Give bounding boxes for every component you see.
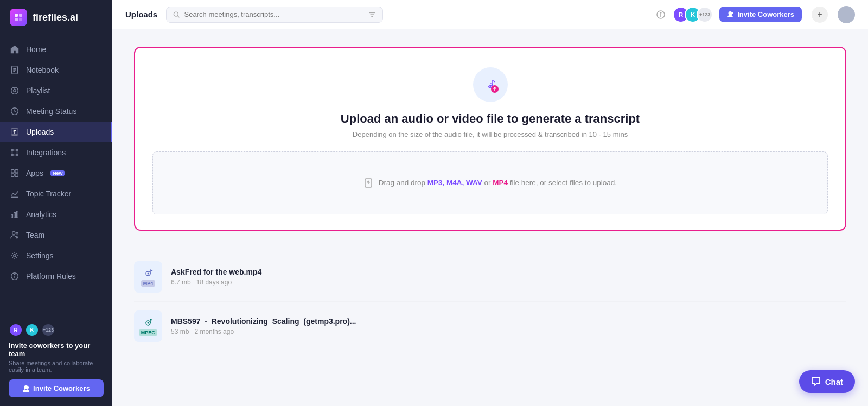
music-file-icon xyxy=(142,267,154,279)
svg-point-54 xyxy=(148,273,149,275)
svg-rect-22 xyxy=(15,170,18,173)
logo-icon xyxy=(10,9,27,26)
music-file-icon-2 xyxy=(142,316,154,328)
search-icon xyxy=(173,11,180,18)
file-info: AskFred for the web.mp4 6.7 mb 18 days a… xyxy=(171,268,261,286)
svg-point-48 xyxy=(489,85,492,87)
file-name: AskFred for the web.mp4 xyxy=(171,268,261,276)
topbar-icons: R K +123 Invite Coworkers + xyxy=(655,6,855,23)
svg-rect-3 xyxy=(19,18,22,21)
sidebar-item-team[interactable]: Team xyxy=(0,225,112,245)
svg-rect-24 xyxy=(15,174,18,176)
file-type-badge-mpeg: MPEG xyxy=(139,329,158,336)
svg-point-15 xyxy=(11,154,14,156)
file-item[interactable]: MP4 AskFred for the web.mp4 6.7 mb 18 da… xyxy=(134,252,846,302)
file-icon-mp4: MP4 xyxy=(134,261,162,293)
add-button[interactable]: + xyxy=(812,7,828,23)
svg-point-37 xyxy=(174,12,178,16)
format-mp4: MP4 xyxy=(493,179,508,187)
upload-zone[interactable]: Upload an audio or video file to generat… xyxy=(134,47,846,231)
topbar-avatar-count: +123 xyxy=(697,7,713,23)
sidebar-item-settings[interactable]: Settings xyxy=(0,245,112,266)
search-box[interactable] xyxy=(166,7,383,23)
invite-title: Invite coworkers to your team xyxy=(9,341,104,358)
filter-icon xyxy=(368,10,376,19)
avatar-count: +123 xyxy=(41,323,55,337)
svg-point-16 xyxy=(16,154,18,156)
file-meta-2: 53 mb 2 months ago xyxy=(171,328,356,335)
user-avatar[interactable] xyxy=(838,6,855,23)
svg-rect-27 xyxy=(14,212,16,218)
chat-icon xyxy=(811,377,821,386)
page-content: Upload an audio or video file to generat… xyxy=(112,29,868,406)
sidebar-item-notebook[interactable]: Notebook xyxy=(0,60,112,80)
sidebar-item-analytics[interactable]: Analytics xyxy=(0,204,112,225)
sidebar-item-meeting-status[interactable]: Meeting Status xyxy=(0,101,112,122)
sidebar-item-apps[interactable]: Apps New xyxy=(0,163,112,183)
chat-button[interactable]: Chat xyxy=(799,370,855,393)
drop-area[interactable]: Drag and drop MP3, M4A, WAV or MP4 file … xyxy=(152,151,828,214)
svg-rect-28 xyxy=(17,211,18,218)
svg-point-31 xyxy=(14,255,16,257)
file-info-2: MBS597_-_Revolutionizing_Scaling_(getmp3… xyxy=(171,317,356,335)
sidebar-item-playlist[interactable]: Playlist xyxy=(0,80,112,101)
file-name-2: MBS597_-_Revolutionizing_Scaling_(getmp3… xyxy=(171,317,356,326)
avatar-r: R xyxy=(9,323,23,337)
svg-rect-21 xyxy=(11,170,14,173)
sidebar-item-topic-tracker[interactable]: Topic Tracker xyxy=(0,183,112,204)
search-input[interactable] xyxy=(184,10,364,18)
invite-icon xyxy=(727,11,734,18)
sidebar-item-integrations[interactable]: Integrations xyxy=(0,142,112,163)
svg-rect-1 xyxy=(19,14,22,17)
sidebar-item-uploads[interactable]: Uploads xyxy=(0,122,112,142)
sidebar-item-home[interactable]: Home xyxy=(0,39,112,60)
upload-file-icon xyxy=(363,178,373,188)
main-content: Uploads R K +123 xyxy=(112,0,868,406)
svg-point-29 xyxy=(12,232,15,234)
svg-rect-2 xyxy=(15,18,18,21)
upload-title: Upload an audio or video file to generat… xyxy=(152,112,828,126)
sidebar-invite-section: R K +123 Invite coworkers to your team S… xyxy=(0,314,112,406)
info-icon[interactable] xyxy=(655,9,666,20)
nav-menu: Home Notebook Playlist Mee xyxy=(0,35,112,314)
upload-subtitle: Depending on the size of the audio file,… xyxy=(152,130,828,138)
sidebar-invite-button[interactable]: Invite Coworkers xyxy=(9,379,104,397)
sidebar-item-platform-rules[interactable]: Platform Rules xyxy=(0,266,112,287)
svg-point-44 xyxy=(660,12,661,13)
svg-point-9 xyxy=(14,90,16,92)
invite-avatars: R K +123 xyxy=(9,323,104,337)
file-icon-mpeg: MPEG xyxy=(134,310,162,342)
invite-subtitle: Share meetings and collaborate easily in… xyxy=(9,360,104,373)
sidebar: fireflies.ai Home Notebook Playli xyxy=(0,0,112,406)
svg-point-14 xyxy=(16,149,18,151)
upload-icon-wrapper xyxy=(473,67,508,102)
topbar: Uploads R K +123 xyxy=(112,0,868,29)
svg-point-57 xyxy=(148,322,149,324)
apps-new-badge: New xyxy=(50,170,66,176)
format-mp3: MP3, M4A, WAV xyxy=(427,179,482,187)
svg-line-38 xyxy=(178,16,180,17)
svg-point-34 xyxy=(14,274,15,275)
file-meta: 6.7 mb 18 days ago xyxy=(171,278,261,286)
svg-point-13 xyxy=(11,149,14,151)
avatar-k: K xyxy=(25,323,39,337)
page-title: Uploads xyxy=(125,10,157,19)
file-list: MP4 AskFred for the web.mp4 6.7 mb 18 da… xyxy=(134,252,846,351)
upload-music-icon xyxy=(481,75,500,94)
svg-rect-0 xyxy=(15,14,18,17)
file-item[interactable]: MPEG MBS597_-_Revolutionizing_Scaling_(g… xyxy=(134,302,846,351)
app-logo[interactable]: fireflies.ai xyxy=(0,0,112,35)
top-avatars: R K +123 xyxy=(673,7,713,23)
svg-rect-26 xyxy=(11,214,13,218)
svg-rect-23 xyxy=(11,174,14,176)
svg-point-30 xyxy=(16,233,18,235)
file-type-badge: MP4 xyxy=(141,280,156,287)
drop-text: Drag and drop MP3, M4A, WAV or MP4 file … xyxy=(379,179,617,187)
topbar-invite-button[interactable]: Invite Coworkers xyxy=(719,7,802,22)
